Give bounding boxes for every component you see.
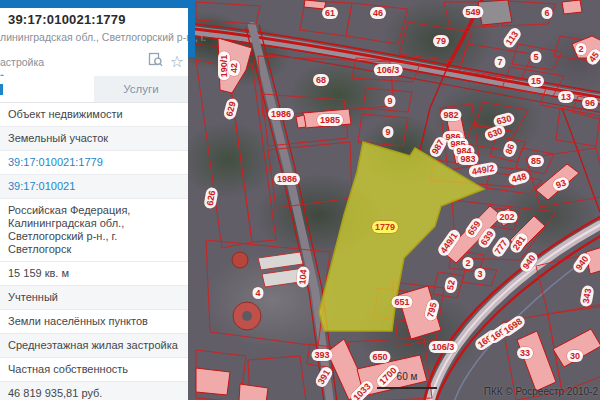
info-row: Среднеэтажная жилая застройка: [0, 334, 188, 358]
scale-bar: [377, 387, 437, 389]
panel-tabs: Услуги: [0, 76, 188, 103]
address-subtitle: лининградская обл., Светлогорский р-н., …: [0, 31, 180, 44]
parcel-label[interactable]: 393: [311, 349, 332, 361]
parcel-label[interactable]: 106/3: [429, 341, 458, 353]
parcel-label[interactable]: 30: [567, 350, 583, 362]
info-row: 46 819 935,81 руб.: [0, 382, 188, 400]
tab-services[interactable]: Услуги: [94, 76, 188, 102]
scale-bar-label: 60 м: [377, 371, 437, 382]
parcel-label[interactable]: 983: [457, 153, 478, 165]
parcel-link-row[interactable]: 39:17:010021: [0, 175, 188, 199]
star-icon[interactable]: ☆: [170, 54, 184, 69]
parcel-label[interactable]: 68: [313, 74, 329, 86]
cadastral-number-title: 39:17:010021:1779: [8, 12, 180, 27]
parcel-label[interactable]: 9: [382, 126, 393, 138]
parcel-label[interactable]: 1985: [317, 114, 343, 126]
parcel-label[interactable]: 1986: [268, 108, 294, 120]
map-copyright: ПКК © Росреестр 2010-2: [484, 386, 598, 397]
tab-information[interactable]: [0, 76, 94, 102]
parcel-label[interactable]: 549: [462, 6, 483, 18]
parcel-label[interactable]: 3: [474, 268, 485, 280]
parcel-label[interactable]: 202: [496, 211, 517, 223]
parcel-link-row[interactable]: 39:17:010021:1779: [0, 151, 188, 175]
panel-accent-strip: [188, 0, 195, 57]
document-search-icon[interactable]: [148, 52, 163, 71]
info-row: Земельный участок: [0, 127, 188, 151]
parcel-label[interactable]: 13: [558, 91, 574, 103]
parcel-label[interactable]: 79: [433, 35, 449, 47]
parcel-label[interactable]: 85: [528, 155, 544, 167]
info-row: Российская Федерация, Калининградская об…: [0, 199, 188, 262]
tab-label-fragment: [0, 84, 3, 95]
parcel-label[interactable]: 7: [494, 56, 505, 68]
parcel-label[interactable]: 96: [582, 97, 598, 109]
info-row: 15 159 кв. м: [0, 262, 188, 286]
parcel-label[interactable]: 2: [462, 257, 473, 269]
info-row: Учтенный: [0, 286, 188, 310]
cadastral-map[interactable]: 6146549679113245106/3687599151396190/142…: [188, 0, 600, 400]
parcel-label[interactable]: 33: [517, 347, 533, 359]
parcel-label[interactable]: 1986: [274, 173, 300, 185]
parcel-label[interactable]: 42: [228, 60, 240, 76]
parcel-label[interactable]: 651: [391, 296, 412, 308]
info-row: Земли населённых пунктов: [0, 310, 188, 334]
parcel-label[interactable]: 46: [370, 7, 386, 19]
parcel-label[interactable]: 2: [575, 43, 586, 55]
parcel-label[interactable]: 6: [541, 7, 552, 19]
parcel-label[interactable]: 650: [369, 351, 390, 363]
info-rows: Объект недвижимостиЗемельный участок39:1…: [0, 103, 188, 400]
object-info-panel: 39:17:010021:1779 лининградская обл., Св…: [0, 0, 188, 400]
info-row: Частная собственность: [0, 358, 188, 382]
parcel-label[interactable]: 106/3: [374, 64, 403, 76]
panel-accent-bar: [0, 0, 195, 8]
parcel-label[interactable]: 4: [252, 287, 263, 299]
selected-parcel-label[interactable]: 1779: [372, 221, 398, 233]
parcel-label[interactable]: 5: [530, 51, 541, 63]
parcel-label[interactable]: 9: [384, 95, 395, 107]
parcel-label[interactable]: 982: [440, 109, 461, 121]
info-row: Объект недвижимости: [0, 103, 188, 127]
parcel-label[interactable]: 61: [322, 7, 338, 19]
panel-header: 39:17:010021:1779 лининградская обл., Св…: [0, 0, 188, 68]
parcel-label[interactable]: 15: [528, 75, 544, 87]
